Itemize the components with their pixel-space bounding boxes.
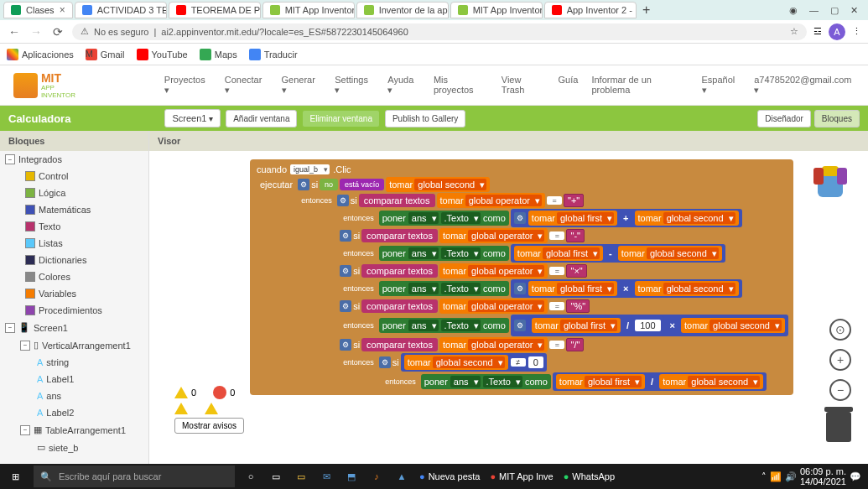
remove-screen-button[interactable]: Eliminar ventana xyxy=(302,110,379,127)
maximize-icon[interactable]: ▢ xyxy=(830,5,839,16)
cat-text[interactable]: Texto xyxy=(0,218,148,235)
menu-guia[interactable]: Guía xyxy=(559,75,579,96)
explorer-icon[interactable]: ▭ xyxy=(288,464,314,489)
taskbar-search[interactable]: 🔍 Escribe aquí para buscar xyxy=(34,466,235,487)
tab-mit2[interactable]: MIT App Inventor× xyxy=(450,2,543,18)
minimize-icon[interactable]: — xyxy=(809,5,819,16)
designer-button[interactable]: Diseñador xyxy=(757,110,811,127)
zoom-in-button[interactable]: + xyxy=(829,349,851,371)
comp-label2[interactable]: ALabel2 xyxy=(0,404,148,421)
apps-bookmark[interactable]: Aplicaciones xyxy=(7,49,74,60)
gmail-bookmark[interactable]: MGmail xyxy=(86,49,125,60)
mail-icon[interactable]: ✉ xyxy=(314,464,339,489)
back-button[interactable]: ← xyxy=(7,24,22,39)
clock[interactable]: 06:09 p. m.14/04/2021 xyxy=(800,466,846,486)
warning-icon xyxy=(174,387,188,398)
add-screen-button[interactable]: Añadir ventana xyxy=(226,110,297,127)
cat-variables[interactable]: Variables xyxy=(0,285,148,302)
comp-siete[interactable]: ▭siete_b xyxy=(0,439,148,456)
menu-language[interactable]: Español ▾ xyxy=(702,75,741,96)
builtins-group[interactable]: −Integrados xyxy=(0,151,148,168)
new-tab-button[interactable]: + xyxy=(638,2,655,18)
sound-icon[interactable]: 🔊 xyxy=(785,471,797,482)
close-icon[interactable]: × xyxy=(60,4,65,16)
profile-avatar[interactable]: A xyxy=(829,23,845,40)
gear-icon[interactable]: ⚙ xyxy=(298,179,309,190)
close-window-icon[interactable]: ✕ xyxy=(850,5,858,16)
url-input[interactable]: ⚠ No es seguro | ai2.appinventor.mit.edu… xyxy=(72,23,807,40)
menu-trash[interactable]: View Trash xyxy=(502,75,545,96)
maps-bookmark[interactable]: Maps xyxy=(200,49,237,60)
cat-lists[interactable]: Listas xyxy=(0,235,148,252)
backpack-icon[interactable] xyxy=(809,159,851,201)
code-blocks[interactable]: cuandoigual_b.Clic ejecutar ⚙si no está … xyxy=(250,159,793,395)
cortana-icon[interactable]: ○ xyxy=(238,464,263,489)
cat-logic[interactable]: Lógica xyxy=(0,185,148,201)
project-toolbar: Calculadora Screen1 ▾ Añadir ventana Eli… xyxy=(0,106,868,131)
panel-header: Bloques xyxy=(0,131,148,151)
cat-control[interactable]: Control xyxy=(0,168,148,185)
menu-account[interactable]: a74785202@gmail.com ▾ xyxy=(754,75,855,96)
project-name: Calculadora xyxy=(8,112,70,125)
menu-report[interactable]: Informar de un problema xyxy=(591,75,688,96)
record-icon[interactable]: ◉ xyxy=(789,5,798,16)
center-button[interactable]: ⊙ xyxy=(829,319,851,341)
star-icon[interactable]: ☆ xyxy=(790,26,798,37)
cat-colors[interactable]: Colores xyxy=(0,268,148,285)
youtube-bookmark[interactable]: YouTube xyxy=(137,49,188,60)
tab-teorema[interactable]: TEOREMA DE PIT× xyxy=(169,2,261,18)
wifi-icon[interactable]: 📶 xyxy=(770,471,782,482)
workspace[interactable]: Visor ⊙ + − 0 0 Mostrar avisos cuando xyxy=(149,131,868,464)
whatsapp-task[interactable]: ●WhatsApp xyxy=(559,464,620,489)
publish-button[interactable]: Publish to Gallery xyxy=(385,110,465,127)
warnings-panel: 0 0 Mostrar avisos xyxy=(174,386,244,434)
translate-bookmark[interactable]: Traducir xyxy=(249,49,298,60)
menu-generar[interactable]: Generar ▾ xyxy=(282,75,322,96)
comp-ta1[interactable]: −▦TableArrangement1 xyxy=(0,421,148,439)
mit-logo[interactable]: MITAPP INVENTOR xyxy=(13,72,89,99)
comp-label1[interactable]: ALabel1 xyxy=(0,371,148,388)
taskview-icon[interactable]: ▭ xyxy=(263,464,288,489)
tab-appinv2[interactable]: App Inventor 2 -× xyxy=(544,2,637,18)
comp-ans[interactable]: Aans xyxy=(0,388,148,404)
tab-clases[interactable]: Clases× xyxy=(3,2,73,18)
photos-icon[interactable]: ▲ xyxy=(389,464,414,489)
blocks-button[interactable]: Bloques xyxy=(814,110,860,127)
tray-up-icon[interactable]: ˄ xyxy=(761,471,767,482)
show-warnings-button[interactable]: Mostrar avisos xyxy=(174,418,244,434)
url-text: ai2.appinventor.mit.edu/?locale=es_ES#58… xyxy=(161,27,408,37)
svg-rect-2 xyxy=(813,168,824,185)
comp-string[interactable]: Astring xyxy=(0,354,148,371)
cat-math[interactable]: Matemáticas xyxy=(0,201,148,218)
tab-mit-active[interactable]: MIT App Inventor× xyxy=(262,2,355,18)
blocks-panel: Bloques −Integrados Control Lógica Matem… xyxy=(0,131,149,464)
store-icon[interactable]: ⬒ xyxy=(339,464,364,489)
menu-ayuda[interactable]: Ayuda ▾ xyxy=(387,75,420,96)
start-button[interactable]: ⊞ xyxy=(0,464,30,489)
forward-button[interactable]: → xyxy=(29,24,44,39)
notifications-icon[interactable]: 💬 xyxy=(850,471,861,482)
cat-dict[interactable]: Dictionaries xyxy=(0,252,148,268)
menu-icon[interactable]: ⋮ xyxy=(852,26,861,37)
screen-selector[interactable]: Screen1 ▾ xyxy=(164,109,221,127)
browser-tabstrip: Clases× ACTIVIDAD 3 TEO× TEOREMA DE PIT×… xyxy=(0,0,868,20)
zoom-out-button[interactable]: − xyxy=(829,379,851,401)
menu-misproyectos[interactable]: Mis proyectos xyxy=(434,75,488,96)
chrome-mit[interactable]: ●MIT App Inve xyxy=(485,464,558,489)
cat-procedures[interactable]: Procedimientos xyxy=(0,302,148,319)
menu-settings[interactable]: Settings ▾ xyxy=(335,75,374,96)
tab-inventor[interactable]: Inventor de la ap× xyxy=(356,2,449,18)
insecure-icon: ⚠ xyxy=(81,26,89,37)
chrome-newtab[interactable]: ●Nueva pesta xyxy=(414,464,485,489)
trash-icon[interactable] xyxy=(826,412,851,442)
error-icon xyxy=(213,386,226,399)
reload-button[interactable]: ⟳ xyxy=(50,24,65,39)
reading-list-icon[interactable]: ☲ xyxy=(813,26,822,37)
menu-proyectos[interactable]: Proyectos ▾ xyxy=(164,75,211,96)
tab-actividad[interactable]: ACTIVIDAD 3 TEO× xyxy=(75,2,167,18)
comp-screen1[interactable]: −📱Screen1 xyxy=(0,319,148,336)
music-icon[interactable]: ♪ xyxy=(364,464,389,489)
menu-conectar[interactable]: Conectar ▾ xyxy=(225,75,268,96)
bookmarks-bar: Aplicaciones MGmail YouTube Maps Traduci… xyxy=(0,44,868,65)
comp-va1[interactable]: −▯VerticalArrangement1 xyxy=(0,336,148,354)
